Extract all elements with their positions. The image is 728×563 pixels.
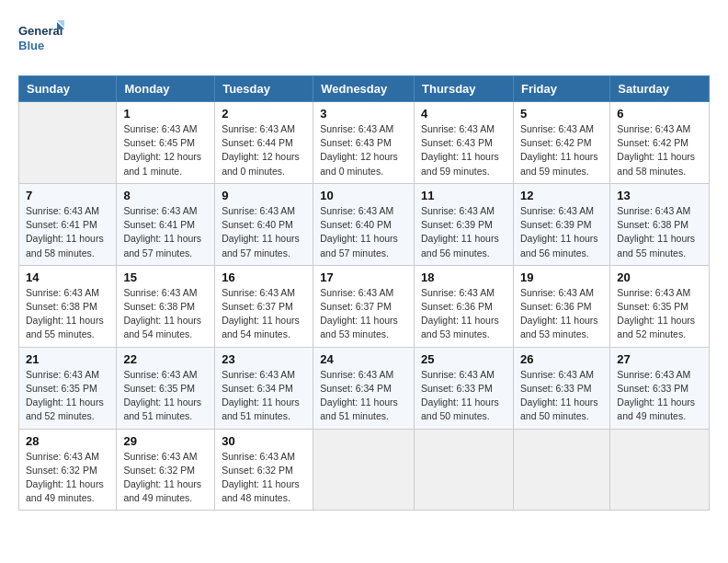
svg-text:Blue: Blue bbox=[18, 39, 44, 52]
day-number: 27 bbox=[617, 352, 702, 366]
day-info: Sunrise: 6:43 AMSunset: 6:35 PMDaylight:… bbox=[617, 286, 702, 342]
week-row-4: 21Sunrise: 6:43 AMSunset: 6:35 PMDayligh… bbox=[19, 347, 710, 429]
calendar-cell: 25Sunrise: 6:43 AMSunset: 6:33 PMDayligh… bbox=[415, 347, 514, 429]
day-info: Sunrise: 6:43 AMSunset: 6:42 PMDaylight:… bbox=[617, 122, 702, 178]
day-number: 4 bbox=[421, 107, 506, 121]
weekday-header-saturday: Saturday bbox=[610, 76, 710, 102]
calendar-cell: 10Sunrise: 6:43 AMSunset: 6:40 PMDayligh… bbox=[313, 183, 415, 265]
calendar-cell bbox=[313, 429, 415, 511]
weekday-header-thursday: Thursday bbox=[415, 76, 514, 102]
calendar-cell: 2Sunrise: 6:43 AMSunset: 6:44 PMDaylight… bbox=[215, 102, 313, 184]
calendar-cell: 14Sunrise: 6:43 AMSunset: 6:38 PMDayligh… bbox=[19, 265, 117, 347]
calendar-cell bbox=[415, 429, 514, 511]
day-info: Sunrise: 6:43 AMSunset: 6:35 PMDaylight:… bbox=[123, 368, 208, 424]
day-number: 25 bbox=[421, 352, 506, 366]
calendar-cell: 16Sunrise: 6:43 AMSunset: 6:37 PMDayligh… bbox=[215, 265, 313, 347]
weekday-header-tuesday: Tuesday bbox=[215, 76, 313, 102]
day-info: Sunrise: 6:43 AMSunset: 6:36 PMDaylight:… bbox=[520, 286, 603, 342]
weekday-header-sunday: Sunday bbox=[19, 76, 117, 102]
day-number: 15 bbox=[123, 270, 208, 284]
calendar-table: SundayMondayTuesdayWednesdayThursdayFrid… bbox=[18, 75, 710, 511]
calendar-cell: 13Sunrise: 6:43 AMSunset: 6:38 PMDayligh… bbox=[610, 183, 710, 265]
logo-icon: General Blue bbox=[18, 18, 64, 61]
calendar-cell: 28Sunrise: 6:43 AMSunset: 6:32 PMDayligh… bbox=[19, 429, 117, 511]
calendar-cell: 1Sunrise: 6:43 AMSunset: 6:45 PMDaylight… bbox=[117, 102, 215, 184]
day-number: 6 bbox=[617, 107, 702, 121]
day-number: 12 bbox=[520, 189, 603, 202]
day-info: Sunrise: 6:43 AMSunset: 6:35 PMDaylight:… bbox=[26, 368, 109, 424]
weekday-header-wednesday: Wednesday bbox=[313, 76, 415, 102]
day-number: 14 bbox=[26, 270, 109, 284]
day-number: 23 bbox=[222, 352, 306, 366]
calendar-cell: 3Sunrise: 6:43 AMSunset: 6:43 PMDaylight… bbox=[313, 102, 415, 184]
day-info: Sunrise: 6:43 AMSunset: 6:32 PMDaylight:… bbox=[222, 450, 306, 506]
calendar-cell: 20Sunrise: 6:43 AMSunset: 6:35 PMDayligh… bbox=[610, 265, 710, 347]
day-number: 24 bbox=[320, 352, 407, 366]
day-info: Sunrise: 6:43 AMSunset: 6:38 PMDaylight:… bbox=[26, 286, 109, 342]
calendar-cell: 5Sunrise: 6:43 AMSunset: 6:42 PMDaylight… bbox=[513, 102, 609, 184]
calendar-header: SundayMondayTuesdayWednesdayThursdayFrid… bbox=[19, 76, 710, 102]
day-info: Sunrise: 6:43 AMSunset: 6:39 PMDaylight:… bbox=[520, 204, 603, 260]
day-info: Sunrise: 6:43 AMSunset: 6:38 PMDaylight:… bbox=[123, 286, 208, 342]
page-header: General Blue bbox=[18, 18, 710, 61]
calendar-cell: 19Sunrise: 6:43 AMSunset: 6:36 PMDayligh… bbox=[513, 265, 609, 347]
day-info: Sunrise: 6:43 AMSunset: 6:40 PMDaylight:… bbox=[222, 204, 306, 260]
calendar-cell: 6Sunrise: 6:43 AMSunset: 6:42 PMDaylight… bbox=[610, 102, 710, 184]
day-info: Sunrise: 6:43 AMSunset: 6:40 PMDaylight:… bbox=[320, 204, 407, 260]
day-info: Sunrise: 6:43 AMSunset: 6:41 PMDaylight:… bbox=[123, 204, 208, 260]
day-info: Sunrise: 6:43 AMSunset: 6:43 PMDaylight:… bbox=[320, 122, 407, 178]
day-info: Sunrise: 6:43 AMSunset: 6:45 PMDaylight:… bbox=[123, 122, 208, 178]
day-info: Sunrise: 6:43 AMSunset: 6:36 PMDaylight:… bbox=[421, 286, 506, 342]
calendar-body: 1Sunrise: 6:43 AMSunset: 6:45 PMDaylight… bbox=[19, 102, 710, 511]
calendar-cell: 23Sunrise: 6:43 AMSunset: 6:34 PMDayligh… bbox=[215, 347, 313, 429]
weekday-header-friday: Friday bbox=[513, 76, 609, 102]
calendar-cell: 7Sunrise: 6:43 AMSunset: 6:41 PMDaylight… bbox=[19, 183, 117, 265]
day-info: Sunrise: 6:43 AMSunset: 6:41 PMDaylight:… bbox=[26, 204, 109, 260]
week-row-1: 1Sunrise: 6:43 AMSunset: 6:45 PMDaylight… bbox=[19, 102, 710, 184]
calendar-cell bbox=[19, 102, 117, 184]
day-info: Sunrise: 6:43 AMSunset: 6:34 PMDaylight:… bbox=[320, 368, 407, 424]
day-number: 29 bbox=[123, 434, 208, 448]
day-info: Sunrise: 6:43 AMSunset: 6:37 PMDaylight:… bbox=[320, 286, 407, 342]
calendar-cell: 15Sunrise: 6:43 AMSunset: 6:38 PMDayligh… bbox=[117, 265, 215, 347]
calendar-cell: 26Sunrise: 6:43 AMSunset: 6:33 PMDayligh… bbox=[513, 347, 609, 429]
day-number: 8 bbox=[123, 189, 208, 202]
day-info: Sunrise: 6:43 AMSunset: 6:44 PMDaylight:… bbox=[222, 122, 306, 178]
day-number: 21 bbox=[26, 352, 109, 366]
day-number: 9 bbox=[222, 189, 306, 202]
day-number: 22 bbox=[123, 352, 208, 366]
day-number: 26 bbox=[520, 352, 603, 366]
calendar-cell: 9Sunrise: 6:43 AMSunset: 6:40 PMDaylight… bbox=[215, 183, 313, 265]
weekday-header-row: SundayMondayTuesdayWednesdayThursdayFrid… bbox=[19, 76, 710, 102]
day-number: 13 bbox=[617, 189, 702, 202]
day-info: Sunrise: 6:43 AMSunset: 6:43 PMDaylight:… bbox=[421, 122, 506, 178]
calendar-cell: 4Sunrise: 6:43 AMSunset: 6:43 PMDaylight… bbox=[415, 102, 514, 184]
day-number: 18 bbox=[421, 270, 506, 284]
calendar-cell: 22Sunrise: 6:43 AMSunset: 6:35 PMDayligh… bbox=[117, 347, 215, 429]
calendar-cell: 21Sunrise: 6:43 AMSunset: 6:35 PMDayligh… bbox=[19, 347, 117, 429]
calendar-cell bbox=[610, 429, 710, 511]
day-info: Sunrise: 6:43 AMSunset: 6:32 PMDaylight:… bbox=[26, 450, 109, 506]
day-info: Sunrise: 6:43 AMSunset: 6:37 PMDaylight:… bbox=[222, 286, 306, 342]
day-number: 20 bbox=[617, 270, 702, 284]
calendar-cell: 29Sunrise: 6:43 AMSunset: 6:32 PMDayligh… bbox=[117, 429, 215, 511]
day-number: 16 bbox=[222, 270, 306, 284]
day-number: 7 bbox=[26, 189, 109, 202]
day-info: Sunrise: 6:43 AMSunset: 6:39 PMDaylight:… bbox=[421, 204, 506, 260]
day-number: 17 bbox=[320, 270, 407, 284]
day-number: 19 bbox=[520, 270, 603, 284]
day-number: 10 bbox=[320, 189, 407, 202]
calendar-cell: 18Sunrise: 6:43 AMSunset: 6:36 PMDayligh… bbox=[415, 265, 514, 347]
week-row-2: 7Sunrise: 6:43 AMSunset: 6:41 PMDaylight… bbox=[19, 183, 710, 265]
calendar-cell: 27Sunrise: 6:43 AMSunset: 6:33 PMDayligh… bbox=[610, 347, 710, 429]
calendar-cell: 8Sunrise: 6:43 AMSunset: 6:41 PMDaylight… bbox=[117, 183, 215, 265]
day-info: Sunrise: 6:43 AMSunset: 6:38 PMDaylight:… bbox=[617, 204, 702, 260]
day-info: Sunrise: 6:43 AMSunset: 6:33 PMDaylight:… bbox=[421, 368, 506, 424]
day-number: 28 bbox=[26, 434, 109, 448]
day-info: Sunrise: 6:43 AMSunset: 6:34 PMDaylight:… bbox=[222, 368, 306, 424]
day-info: Sunrise: 6:43 AMSunset: 6:42 PMDaylight:… bbox=[520, 122, 603, 178]
calendar-cell: 11Sunrise: 6:43 AMSunset: 6:39 PMDayligh… bbox=[415, 183, 514, 265]
day-number: 1 bbox=[123, 107, 208, 121]
day-number: 30 bbox=[222, 434, 306, 448]
weekday-header-monday: Monday bbox=[117, 76, 215, 102]
